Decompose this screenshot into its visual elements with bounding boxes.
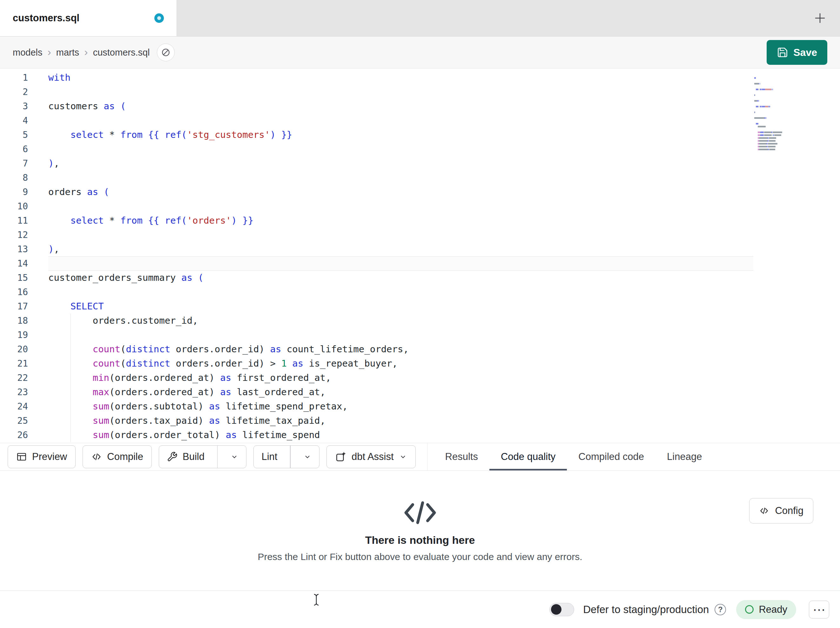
- minimap-line: [754, 83, 802, 85]
- code-line[interactable]: count(distinct orders.order_id) > 1 as i…: [48, 356, 753, 371]
- code-line[interactable]: [48, 228, 753, 242]
- tab-lineage[interactable]: Lineage: [655, 443, 713, 470]
- help-icon[interactable]: ?: [715, 604, 726, 615]
- compile-button[interactable]: Compile: [82, 445, 152, 468]
- defer-toggle[interactable]: [549, 603, 574, 616]
- toolbar-divider: [427, 443, 428, 470]
- editor-code[interactable]: withcustomers as ( select * from {{ ref(…: [38, 69, 753, 443]
- minimap-line: [754, 123, 802, 125]
- defer-label: Defer to staging/production: [583, 604, 709, 615]
- slashed-circle-icon: [161, 47, 171, 57]
- minimap-line: [754, 98, 802, 99]
- tab-results[interactable]: Results: [434, 443, 489, 470]
- code-line[interactable]: SELECT: [48, 299, 753, 313]
- lint-dropdown-button[interactable]: [296, 446, 319, 468]
- code-line[interactable]: ),: [48, 156, 753, 171]
- config-button[interactable]: Config: [749, 498, 813, 524]
- results-tabs: Results Code quality Compiled code Linea…: [434, 443, 714, 470]
- overflow-menu-button[interactable]: ⋯: [809, 601, 829, 619]
- ready-badge[interactable]: Ready: [736, 600, 796, 619]
- lint-button[interactable]: Lint: [254, 446, 285, 468]
- minimap-line: [754, 72, 802, 73]
- editor-tab[interactable]: customers.sql: [0, 0, 177, 36]
- breadcrumb-item-models: models: [13, 47, 43, 58]
- line-number: 8: [0, 171, 28, 185]
- code-line[interactable]: [48, 328, 753, 342]
- tab-bar: customers.sql: [0, 0, 840, 36]
- preview-label: Preview: [32, 451, 67, 462]
- minimap-line: [754, 74, 802, 76]
- line-number: 17: [0, 299, 28, 313]
- line-number: 20: [0, 342, 28, 356]
- line-number: 19: [0, 328, 28, 342]
- save-button[interactable]: Save: [767, 40, 827, 65]
- plus-icon: [813, 11, 827, 25]
- chevron-down-icon: [399, 452, 407, 461]
- line-number: 12: [0, 228, 28, 242]
- line-number: 10: [0, 199, 28, 214]
- code-line[interactable]: [48, 142, 753, 156]
- line-number: 25: [0, 414, 28, 428]
- ready-status-icon: [745, 605, 754, 614]
- tab-code-quality[interactable]: Code quality: [489, 443, 567, 470]
- code-line[interactable]: [48, 199, 753, 214]
- code-line[interactable]: select * from {{ ref('orders') }}: [48, 214, 753, 228]
- code-line[interactable]: sum(orders.tax_paid) as lifetime_tax_pai…: [48, 414, 753, 428]
- preview-button[interactable]: Preview: [8, 445, 76, 468]
- code-line[interactable]: sum(orders.order_total) as lifetime_spen…: [48, 428, 753, 442]
- code-line[interactable]: max(orders.ordered_at) as last_ordered_a…: [48, 385, 753, 399]
- minimap-line: [754, 120, 802, 122]
- code-line[interactable]: customer_orders_summary as (: [48, 270, 753, 285]
- line-number: 1: [0, 71, 28, 85]
- new-tab-button[interactable]: [800, 0, 840, 36]
- text-cursor: [313, 593, 320, 606]
- wrench-icon: [167, 451, 177, 462]
- minimap[interactable]: [754, 72, 802, 146]
- code-line[interactable]: [48, 85, 753, 99]
- code-line[interactable]: [48, 256, 753, 270]
- minimap-line: [754, 92, 802, 93]
- code-line[interactable]: sum(orders.subtotal) as lifetime_spend_p…: [48, 399, 753, 414]
- minimap-line: [754, 112, 802, 113]
- format-button[interactable]: [157, 44, 175, 61]
- line-number: 6: [0, 142, 28, 156]
- build-dropdown-button[interactable]: [223, 446, 246, 468]
- line-number: 21: [0, 356, 28, 371]
- line-number: 26: [0, 428, 28, 442]
- status-bar: Defer to staging/production ? Ready ⋯: [0, 590, 840, 628]
- code-line[interactable]: [48, 285, 753, 299]
- minimap-line: [754, 126, 802, 128]
- code-line[interactable]: count(distinct orders.order_id) as count…: [48, 342, 753, 356]
- save-label: Save: [793, 47, 817, 59]
- split-divider: [217, 446, 218, 468]
- config-label: Config: [775, 505, 804, 517]
- code-line[interactable]: with: [48, 71, 753, 85]
- results-panel: There is nothing here Press the Lint or …: [0, 471, 840, 590]
- empty-state-subtitle: Press the Lint or Fix button above to ev…: [257, 551, 582, 562]
- line-number: 2: [0, 85, 28, 99]
- editor-toolbar: Preview Compile Build: [0, 443, 840, 471]
- code-line[interactable]: [48, 113, 753, 128]
- code-editor[interactable]: 1234567891011121314151617181920212223242…: [0, 69, 840, 443]
- code-line[interactable]: customers as (: [48, 99, 753, 113]
- code-line[interactable]: [48, 171, 753, 185]
- code-line[interactable]: select * from {{ ref('stg_customers') }}: [48, 128, 753, 142]
- line-number: 3: [0, 99, 28, 113]
- tab-compiled-code[interactable]: Compiled code: [567, 443, 655, 470]
- minimap-line: [754, 81, 802, 82]
- build-button[interactable]: Build: [159, 446, 212, 468]
- minimap-line: [754, 115, 802, 116]
- code-line[interactable]: orders as (: [48, 185, 753, 199]
- code-line[interactable]: ),: [48, 242, 753, 256]
- code-line[interactable]: min(orders.ordered_at) as first_ordered_…: [48, 371, 753, 385]
- minimap-line: [754, 100, 802, 102]
- chevron-down-icon: [230, 452, 238, 461]
- breadcrumb-item-marts: marts: [56, 47, 79, 58]
- table-icon: [16, 451, 27, 462]
- minimap-line: [754, 103, 802, 105]
- dbt-assist-button[interactable]: dbt Assist: [327, 445, 416, 468]
- line-number: 5: [0, 128, 28, 142]
- code-line[interactable]: orders.customer_id,: [48, 313, 753, 328]
- minimap-line: [754, 95, 802, 96]
- line-number: 16: [0, 285, 28, 299]
